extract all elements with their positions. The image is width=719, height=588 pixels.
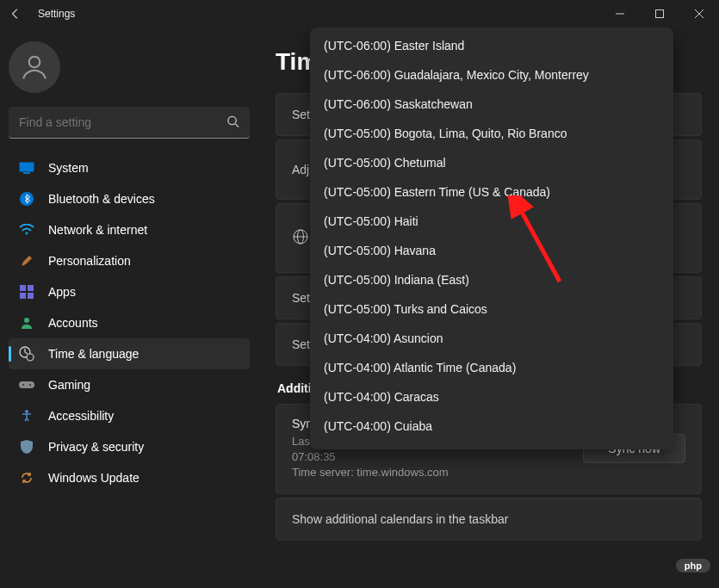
close-button[interactable]	[679, 0, 719, 28]
bluetooth-icon	[19, 191, 34, 207]
dropdown-option[interactable]: (UTC-05:00) Indiana (East)	[310, 265, 673, 294]
svg-point-21	[25, 410, 28, 413]
gamepad-icon	[19, 377, 34, 393]
avatar	[9, 41, 60, 93]
minimize-button[interactable]	[600, 0, 640, 28]
update-icon	[19, 470, 34, 486]
maximize-button[interactable]	[640, 0, 679, 28]
sidebar-item-privacy[interactable]: Privacy & security	[9, 431, 250, 462]
content-area: Time Set tim Adjust Set tim Set the Addi…	[258, 28, 719, 588]
sidebar-item-label: Apps	[48, 285, 76, 299]
sidebar-item-label: Personalization	[48, 254, 131, 268]
svg-rect-1	[656, 10, 664, 18]
wifi-icon	[19, 222, 34, 238]
sidebar-item-label: Privacy & security	[48, 440, 144, 454]
person-icon	[19, 315, 34, 331]
sidebar-item-system[interactable]: System	[9, 152, 250, 183]
svg-point-15	[24, 318, 29, 323]
svg-rect-18	[19, 381, 34, 388]
system-icon	[19, 160, 34, 176]
sidebar-item-bluetooth[interactable]: Bluetooth & devices	[9, 183, 250, 214]
profile[interactable]	[9, 36, 250, 107]
sidebar-item-accessibility[interactable]: Accessibility	[9, 400, 250, 431]
dropdown-option[interactable]: (UTC-04:00) Atlantic Time (Canada)	[310, 353, 673, 382]
sidebar-item-label: Accounts	[48, 316, 98, 330]
apps-icon	[19, 284, 34, 300]
sidebar-item-network[interactable]: Network & internet	[9, 214, 250, 245]
dropdown-option[interactable]: (UTC-05:00) Eastern Time (US & Canada)	[310, 177, 673, 207]
search-icon	[226, 115, 239, 131]
svg-rect-8	[23, 172, 30, 174]
dropdown-option[interactable]: (UTC-05:00) Chetumal	[310, 148, 673, 177]
dropdown-option[interactable]: (UTC-06:00) Saskatchewan	[310, 90, 673, 119]
sidebar-item-label: Gaming	[48, 378, 90, 392]
brush-icon	[19, 253, 34, 269]
sidebar: System Bluetooth & devices Network & int…	[0, 28, 258, 588]
svg-rect-14	[28, 293, 34, 299]
svg-rect-13	[20, 293, 26, 299]
dropdown-option[interactable]: (UTC-04:00) Asuncion	[310, 324, 673, 353]
dropdown-option[interactable]: (UTC-05:00) Havana	[310, 236, 673, 265]
dropdown-option[interactable]: (UTC-04:00) Cuiaba	[310, 412, 673, 441]
window-title: Settings	[38, 8, 75, 20]
sidebar-item-label: Network & internet	[48, 223, 147, 237]
dropdown-option[interactable]: (UTC-05:00) Turks and Caicos	[310, 294, 673, 324]
svg-point-20	[29, 384, 31, 386]
search-box	[9, 107, 250, 139]
clock-globe-icon	[19, 346, 34, 362]
sidebar-item-label: Accessibility	[48, 409, 114, 423]
sidebar-item-gaming[interactable]: Gaming	[9, 369, 250, 400]
svg-point-10	[26, 232, 28, 235]
accessibility-icon	[19, 408, 34, 424]
dropdown-option[interactable]: (UTC-06:00) Guadalajara, Mexico City, Mo…	[310, 60, 673, 90]
titlebar: Settings	[0, 0, 719, 28]
svg-point-17	[27, 354, 34, 361]
card-show-calendars[interactable]: Show additional calendars in the taskbar	[276, 498, 702, 541]
sidebar-item-label: Bluetooth & devices	[48, 192, 155, 206]
watermark: php	[676, 559, 710, 573]
sidebar-item-label: Time & language	[48, 347, 139, 361]
sidebar-item-apps[interactable]: Apps	[9, 276, 250, 307]
timezone-dropdown[interactable]: (UTC-06:00) Easter Island (UTC-06:00) Gu…	[310, 28, 673, 449]
dropdown-option[interactable]: (UTC-04:00) Caracas	[310, 382, 673, 412]
globe-icon	[292, 228, 311, 248]
svg-rect-7	[20, 163, 34, 172]
back-button[interactable]	[9, 7, 22, 21]
dropdown-option[interactable]: (UTC-06:00) Easter Island	[310, 31, 673, 60]
sidebar-item-label: System	[48, 161, 89, 175]
svg-line-6	[235, 123, 239, 127]
sidebar-item-time-language[interactable]: Time & language	[9, 338, 250, 369]
svg-point-19	[22, 384, 24, 386]
dropdown-option[interactable]: (UTC-05:00) Bogota, Lima, Quito, Rio Bra…	[310, 119, 673, 148]
sidebar-item-label: Windows Update	[48, 471, 139, 485]
sync-server: Time server: time.windows.com	[292, 465, 583, 480]
svg-rect-11	[20, 285, 26, 291]
shield-icon	[19, 439, 34, 455]
dropdown-option[interactable]: (UTC-05:00) Haiti	[310, 207, 673, 236]
svg-point-5	[228, 116, 236, 124]
sidebar-item-personalization[interactable]: Personalization	[9, 245, 250, 276]
svg-point-4	[29, 57, 40, 68]
sidebar-item-windows-update[interactable]: Windows Update	[9, 462, 250, 493]
sidebar-item-accounts[interactable]: Accounts	[9, 307, 250, 338]
search-input[interactable]	[9, 107, 250, 139]
svg-rect-12	[28, 285, 34, 291]
